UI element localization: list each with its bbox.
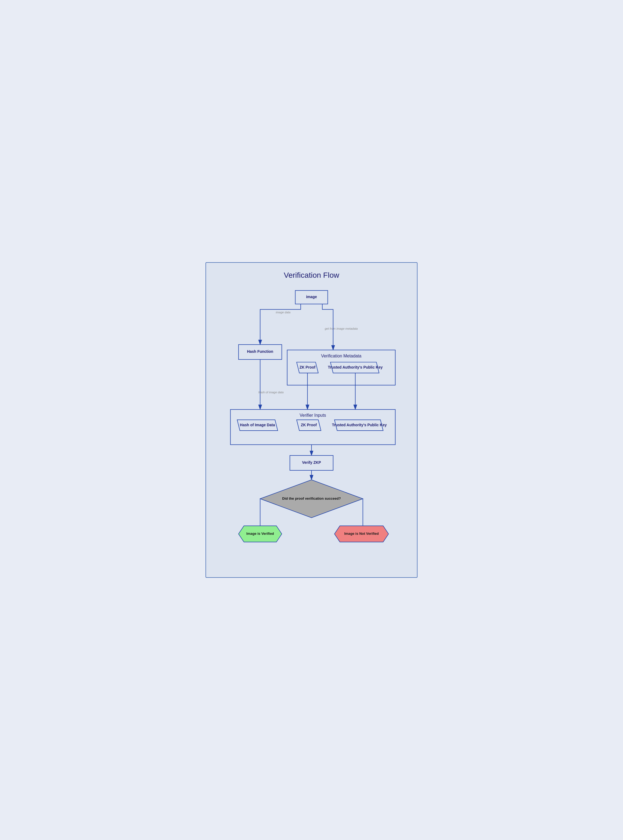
- trusted-key-input-label: Trusted Authority's Public Key: [332, 423, 387, 427]
- image-data-label: image data: [276, 311, 291, 314]
- image-verified-label: Image is Verified: [246, 532, 274, 535]
- zk-proof-input-label: ZK Proof: [301, 423, 317, 427]
- hash-of-image-data-label: hash of image data: [258, 391, 284, 394]
- verification-metadata-title: Verification Metadata: [321, 354, 362, 358]
- image-label: image: [306, 295, 317, 299]
- verifier-inputs-title: Verifier Inputs: [299, 413, 326, 418]
- image-not-verified-label: Image is Not Verified: [344, 532, 379, 535]
- diagram-wrapper: Verification Flow image image data get f…: [206, 262, 417, 578]
- decision-label: Did the proof verification succeed?: [282, 497, 341, 500]
- hash-function-label: Hash Function: [247, 349, 273, 354]
- diagram-title: Verification Flow: [217, 271, 406, 280]
- hash-image-data-label: Hash of Image Data: [240, 423, 275, 427]
- get-from-metadata-label: get from image metadata: [325, 327, 358, 330]
- verify-zkp-label: Verify ZKP: [302, 460, 321, 465]
- zk-proof-meta-label: ZK Proof: [299, 365, 316, 369]
- trusted-key-meta-label: Trusted Authority's Public Key: [328, 365, 383, 369]
